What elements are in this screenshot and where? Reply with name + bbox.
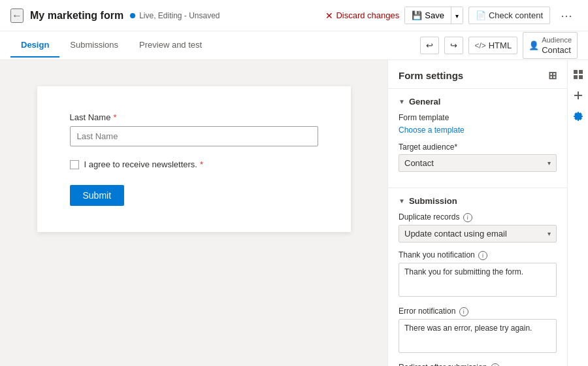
discard-icon: ✕ <box>325 10 333 21</box>
svg-rect-3 <box>579 75 583 79</box>
canvas-area: Last Name * I agree to receive newslette… <box>0 60 387 366</box>
save-chevron-icon: ▾ <box>455 12 459 20</box>
undo-icon: ↩ <box>426 41 433 50</box>
error-notification-info-icon[interactable]: i <box>459 307 468 316</box>
audience-label: Audience <box>542 36 572 44</box>
general-collapse-icon: ▼ <box>399 98 405 105</box>
duplicate-records-label: Duplicate records i <box>399 212 557 222</box>
right-icon-grid[interactable] <box>569 65 587 84</box>
newsletter-label: I agree to receive newsletters. * <box>84 159 203 169</box>
submission-section-header[interactable]: ▼ Submission <box>399 196 557 206</box>
thank-you-label: Thank you notification i <box>399 250 557 260</box>
duplicate-records-group: Duplicate records i Update contact using… <box>399 212 557 242</box>
submit-button[interactable]: Submit <box>70 185 125 206</box>
discard-changes-button[interactable]: ✕ Discard changes <box>325 10 399 21</box>
general-section: ▼ General Form template Choose a templat… <box>388 89 567 188</box>
form-settings-panel: Form settings ⊞ ▼ General Form template … <box>387 60 567 366</box>
save-button[interactable]: 💾 Save <box>405 7 451 24</box>
page-title: My marketing form <box>30 10 123 22</box>
save-icon: 💾 <box>412 10 422 20</box>
html-code-icon: </> <box>474 41 485 50</box>
last-name-input[interactable] <box>70 126 318 146</box>
topbar-right: ✕ Discard changes 💾 Save ▾ 📄 Check conte… <box>325 5 578 26</box>
svg-rect-0 <box>574 70 578 74</box>
settings-icon <box>573 111 583 122</box>
check-content-button[interactable]: 📄 Check content <box>468 7 550 24</box>
redirect-label: Redirect after submission i <box>399 363 557 366</box>
duplicate-records-arrow-icon: ▾ <box>547 230 551 237</box>
submission-section: ▼ Submission Duplicate records i Update … <box>388 188 567 366</box>
redirect-info-icon[interactable]: i <box>491 363 500 366</box>
target-audience-arrow-icon: ▾ <box>547 159 551 167</box>
html-label: HTML <box>489 41 512 50</box>
topbar: ← My marketing form Live, Editing - Unsa… <box>0 0 588 31</box>
duplicate-records-value: Update contact using email <box>404 229 507 239</box>
redo-icon: ↪ <box>450 41 457 50</box>
form-template-label: Form template <box>399 113 557 122</box>
error-notification-textarea[interactable]: There was an error, please try again. <box>399 319 557 353</box>
choose-template-link[interactable]: Choose a template <box>399 125 465 135</box>
status-dot <box>130 13 135 18</box>
audience-info: Audience Contact <box>542 36 572 54</box>
document-icon: 📄 <box>476 10 486 20</box>
right-icon-panel <box>567 60 588 366</box>
panel-resize-button[interactable]: ⊞ <box>548 69 557 82</box>
last-name-label: Last Name * <box>70 112 318 122</box>
grid-icon <box>573 69 583 80</box>
nav-right: ↩ ↪ </> HTML 👤 Audience Contact <box>420 32 578 58</box>
plus-icon <box>573 90 583 101</box>
form-canvas: Last Name * I agree to receive newslette… <box>37 86 351 232</box>
undo-button[interactable]: ↩ <box>420 37 439 54</box>
audience-icon: 👤 <box>529 41 539 50</box>
newsletter-checkbox-row: I agree to receive newsletters. * <box>70 159 318 169</box>
panel-header: Form settings ⊞ <box>388 60 567 89</box>
save-label: Save <box>425 10 444 20</box>
target-audience-value: Contact <box>404 158 434 168</box>
tab-preview-and-test[interactable]: Preview and test <box>129 33 212 58</box>
required-star: * <box>113 112 116 122</box>
target-audience-dropdown[interactable]: Contact ▾ <box>399 154 557 172</box>
audience-selector[interactable]: 👤 Audience Contact <box>523 32 578 58</box>
thank-you-info-icon[interactable]: i <box>478 251 487 260</box>
save-group: 💾 Save ▾ <box>404 7 463 24</box>
newsletter-checkbox[interactable] <box>70 160 79 169</box>
navbar: Design Submissions Preview and test ↩ ↪ … <box>0 31 588 60</box>
back-button[interactable]: ← <box>10 8 24 23</box>
newsletter-required-star: * <box>200 159 203 169</box>
redo-button[interactable]: ↪ <box>444 37 463 54</box>
tab-submissions[interactable]: Submissions <box>59 33 129 58</box>
thank-you-group: Thank you notification i Thank you for s… <box>399 250 557 299</box>
main-layout: Last Name * I agree to receive newslette… <box>0 60 588 366</box>
discard-label: Discard changes <box>336 10 399 20</box>
right-icon-plus[interactable] <box>569 86 587 105</box>
last-name-field-group: Last Name * <box>70 112 318 146</box>
topbar-left: ← My marketing form Live, Editing - Unsa… <box>10 8 318 23</box>
check-content-label: Check content <box>489 10 543 20</box>
svg-rect-2 <box>574 75 578 79</box>
duplicate-records-info-icon[interactable]: i <box>463 213 472 222</box>
svg-rect-5 <box>574 95 582 96</box>
form-template-group: Form template Choose a template <box>399 113 557 135</box>
error-notification-label: Error notification i <box>399 307 557 316</box>
general-label: General <box>409 97 440 107</box>
status-badge: Live, Editing - Unsaved <box>130 11 220 20</box>
redirect-group: Redirect after submission i Off <box>399 363 557 366</box>
duplicate-records-dropdown[interactable]: Update contact using email ▾ <box>399 225 557 242</box>
target-audience-label: Target audience* <box>399 142 557 152</box>
submission-label: Submission <box>409 196 457 206</box>
general-section-header[interactable]: ▼ General <box>399 97 557 107</box>
thank-you-textarea[interactable]: Thank you for submitting the form. <box>399 263 557 297</box>
html-button[interactable]: </> HTML <box>468 37 517 54</box>
tab-design[interactable]: Design <box>10 33 59 58</box>
right-icon-settings[interactable] <box>569 107 587 125</box>
target-audience-group: Target audience* Contact ▾ <box>399 142 557 172</box>
nav-tabs: Design Submissions Preview and test <box>10 33 212 58</box>
audience-value: Contact <box>542 45 572 55</box>
status-text: Live, Editing - Unsaved <box>139 11 220 20</box>
submission-collapse-icon: ▼ <box>399 197 405 205</box>
panel-title: Form settings <box>399 70 463 81</box>
more-options-button[interactable]: ⋯ <box>555 5 578 26</box>
error-notification-group: Error notification i There was an error,… <box>399 307 557 355</box>
svg-rect-1 <box>579 70 583 74</box>
save-dropdown-button[interactable]: ▾ <box>451 7 463 24</box>
